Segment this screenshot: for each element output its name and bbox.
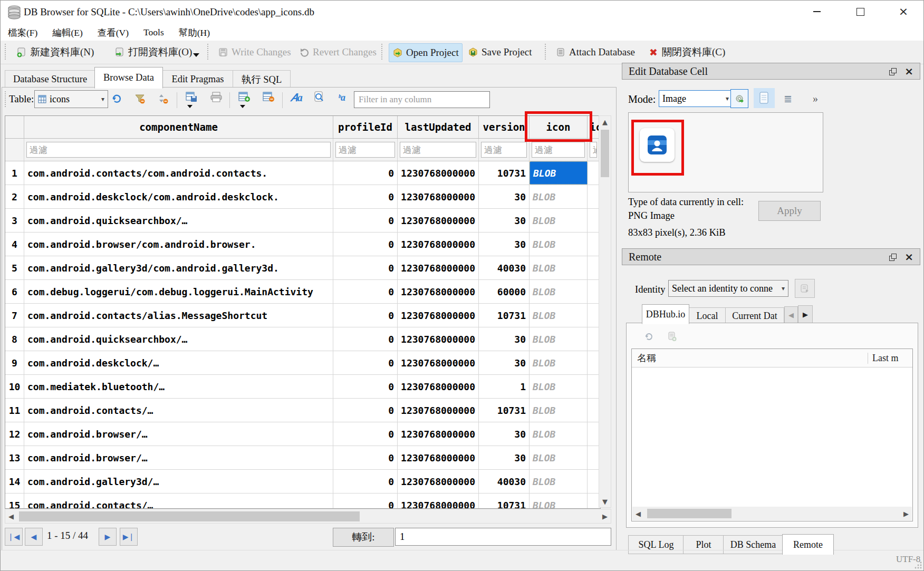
next-page-button[interactable]: ▶ (99, 528, 117, 546)
cell-lastUpdated[interactable]: 1230768000000 (398, 470, 479, 493)
cell-profileId[interactable]: 0 (333, 493, 398, 509)
cell-componentName[interactable]: com.android.gallery3d/com.android.galler… (24, 256, 333, 279)
remote-clone-database-button[interactable] (664, 328, 680, 344)
cell-version[interactable]: 30 (479, 446, 530, 469)
row-number[interactable]: 5 (5, 256, 24, 279)
dock-tab-remote[interactable]: Remote (782, 534, 834, 555)
goto-button[interactable]: 轉到: (333, 528, 394, 547)
cell-icon[interactable]: BLOB (530, 256, 588, 279)
cell-icon[interactable]: BLOB (530, 470, 588, 493)
tab-scroll-right-button[interactable]: ▶ (798, 305, 813, 324)
cell-componentName[interactable]: com.android.deskclock/… (24, 351, 333, 374)
float-panel-icon[interactable] (889, 254, 896, 260)
clear-sort-button[interactable] (155, 90, 171, 107)
open-database-dropdown-arrow[interactable] (193, 53, 199, 57)
cell-componentName[interactable]: com.android.browser/… (24, 422, 333, 446)
cell-partial[interactable] (588, 470, 599, 493)
cell-lastUpdated[interactable]: 1230768000000 (398, 493, 479, 509)
cell-icon[interactable]: BLOB (530, 399, 588, 422)
cell-componentName[interactable]: com.android.gallery3d/… (24, 470, 333, 493)
cell-lastUpdated[interactable]: 1230768000000 (398, 304, 479, 327)
row-number[interactable]: 7 (5, 304, 24, 327)
float-panel-icon[interactable] (889, 68, 896, 75)
cell-icon[interactable]: BLOB (530, 280, 588, 303)
filter-icon[interactable]: 過濾 (532, 142, 585, 158)
column-header-version[interactable]: version (479, 116, 530, 138)
cell-componentName[interactable]: com.android.quicksearchbox/… (24, 209, 333, 232)
cell-version[interactable]: 10731 (479, 493, 530, 509)
row-number[interactable]: 2 (5, 185, 24, 208)
column-header-componentName[interactable]: componentName (24, 116, 333, 138)
grid-horizontal-scrollbar[interactable]: ◀ ▶ (5, 509, 611, 524)
cell-version[interactable]: 30 (479, 422, 530, 446)
vertical-scroll-thumb[interactable] (601, 130, 609, 177)
dock-tab-sql-log[interactable]: SQL Log (628, 535, 684, 554)
write-changes-button[interactable]: Write Changes (215, 43, 294, 61)
new-database-button[interactable]: 新建資料庫(N) (13, 43, 97, 61)
cell-version[interactable]: 40030 (479, 256, 530, 279)
find-in-cells-button[interactable] (311, 89, 329, 105)
word-wrap-button[interactable]: ≣ (780, 91, 796, 106)
cell-version[interactable]: 10731 (479, 399, 530, 422)
cell-lastUpdated[interactable]: 1230768000000 (398, 185, 479, 208)
tab-browse-data[interactable]: Browse Data (94, 67, 163, 89)
remote-name-header[interactable]: 名稱 (632, 352, 656, 364)
cell-profileId[interactable]: 0 (333, 185, 398, 208)
cell-lastUpdated[interactable]: 1230768000000 (398, 351, 479, 374)
attach-database-button[interactable]: Attach Database (552, 43, 638, 61)
scroll-right-button[interactable]: ▶ (599, 509, 611, 523)
import-export-button[interactable] (730, 89, 748, 108)
cell-version[interactable]: 30 (479, 185, 530, 208)
cell-componentName[interactable]: com.android.contacts/… (24, 493, 333, 509)
revert-changes-button[interactable]: Revert Changes (296, 43, 380, 61)
apply-button[interactable]: Apply (758, 201, 821, 221)
open-database-button[interactable]: 打開資料庫(O) (111, 43, 195, 61)
corner-header[interactable] (5, 116, 24, 138)
horizontal-scroll-thumb[interactable] (647, 509, 732, 518)
replace-button[interactable]: ᵇa (333, 89, 351, 106)
cell-partial[interactable] (588, 446, 599, 469)
cell-icon[interactable]: BLOB (530, 209, 588, 232)
cell-profileId[interactable]: 0 (333, 209, 398, 232)
cell-partial[interactable] (588, 209, 599, 232)
cell-profileId[interactable]: 0 (333, 422, 398, 446)
save-project-button[interactable]: Save Project (465, 43, 535, 61)
cell-icon[interactable]: BLOB (530, 233, 588, 256)
cell-partial[interactable] (588, 351, 599, 374)
save-record-dropdown-arrow[interactable] (187, 105, 192, 108)
menu-view[interactable]: 查看(V) (90, 24, 136, 41)
cell-profileId[interactable]: 0 (333, 399, 398, 422)
cell-profileId[interactable]: 0 (333, 256, 398, 279)
row-number[interactable]: 15 (5, 493, 24, 509)
cell-componentName[interactable]: com.android.browser/com.android.browser. (24, 233, 333, 256)
cell-profileId[interactable]: 0 (333, 446, 398, 469)
previous-page-button[interactable]: ◀ (25, 528, 43, 546)
text-mode-button[interactable] (754, 88, 775, 108)
identity-select[interactable]: Select an identity to conne ▾ (668, 280, 788, 297)
cell-lastUpdated[interactable]: 1230768000000 (398, 280, 479, 303)
cell-icon[interactable]: BLOB (530, 304, 588, 327)
cell-icon[interactable]: BLOB (530, 422, 588, 446)
cell-partial[interactable] (588, 256, 599, 279)
remote-tab-dbhub[interactable]: DBHub.io (642, 304, 689, 324)
cell-lastUpdated[interactable]: 1230768000000 (398, 256, 479, 279)
column-header-profileId[interactable]: profileId (333, 116, 398, 138)
row-number[interactable]: 12 (5, 422, 24, 446)
cell-partial[interactable] (588, 280, 599, 303)
sort-az-button[interactable]: 𝐴a (287, 89, 305, 106)
cell-version[interactable]: 10731 (479, 161, 530, 185)
cell-lastUpdated[interactable]: 1230768000000 (398, 375, 479, 398)
delete-record-button[interactable] (260, 89, 278, 105)
remote-list-horizontal-scrollbar[interactable]: ◀ ▶ (632, 507, 912, 520)
cell-partial[interactable] (588, 375, 599, 398)
cell-lastUpdated[interactable]: 1230768000000 (398, 422, 479, 446)
cell-version[interactable]: 30 (479, 209, 530, 232)
remote-refresh-button[interactable] (641, 328, 657, 344)
toolbar-handle[interactable] (5, 44, 8, 60)
mode-select[interactable]: Image ▾ (659, 90, 733, 107)
row-number[interactable]: 1 (5, 161, 24, 185)
cell-version[interactable]: 30 (479, 327, 530, 351)
open-project-button[interactable]: Open Project (389, 43, 463, 62)
first-page-button[interactable]: ❘◀ (5, 528, 23, 546)
print-button[interactable] (207, 89, 225, 105)
